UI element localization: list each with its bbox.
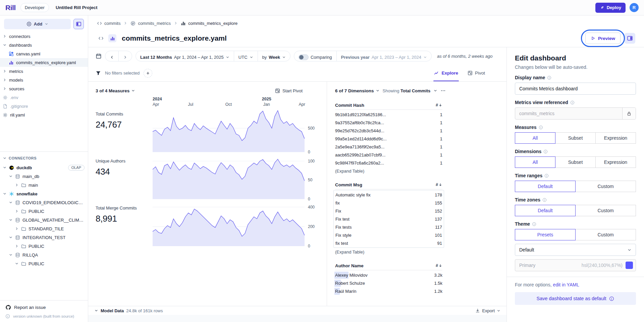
expand-table-link[interactable]: (Expand Table)	[335, 167, 442, 175]
connector-item-main[interactable]: main	[0, 181, 88, 189]
connector-item-covid19-epidemiological-[interactable]: COVID19_EPIDEMIOLOGICAL...	[0, 198, 88, 207]
report-issue-link[interactable]: Report an issue	[5, 305, 83, 310]
next-range-button[interactable]	[119, 52, 132, 62]
leaderboard-row[interactable]: Alexey Milovidov3.2k	[335, 271, 442, 279]
option-custom-button[interactable]: Custom	[575, 229, 636, 240]
connector-item-public[interactable]: PUBLIC	[0, 259, 88, 268]
tab-explore[interactable]: Explore	[434, 65, 458, 81]
file-tree-item-connectors[interactable]: connectors	[0, 32, 88, 41]
edit-in-yaml-link[interactable]: edit in YAML	[553, 282, 579, 287]
leaderboard-row[interactable]: fix155	[335, 199, 442, 207]
leaderboard-row[interactable]: 9b1b81d92120fa625186...1	[335, 110, 442, 119]
file-tree-item-metrics[interactable]: metrics	[0, 67, 88, 76]
add-button[interactable]: Add	[4, 19, 71, 29]
option-default-button[interactable]: Default	[515, 205, 576, 216]
measure-chart[interactable]	[153, 203, 305, 246]
measure-name[interactable]: Total Commits	[96, 111, 138, 117]
leaderboard-row[interactable]: 9a37552af6b0c78c2fca...1	[335, 119, 442, 127]
connectors-section-header[interactable]: CONNECTORS	[0, 153, 88, 163]
theme-preset-select[interactable]: Default	[515, 244, 636, 256]
measure-name[interactable]: Total Merge Commits	[96, 205, 138, 211]
leaderboard-row[interactable]: 99e25d762c2db3c544d...1	[335, 127, 442, 135]
option-default-button[interactable]: Default	[515, 181, 576, 192]
measures-dropdown[interactable]: 3 of 4 Measures	[96, 88, 135, 93]
add-filter-button[interactable]	[144, 69, 152, 78]
leaderboard-row[interactable]: Fix test137	[335, 215, 442, 223]
collapse-sidebar-button[interactable]	[73, 19, 84, 29]
file-tree-item-dashboards[interactable]: dashboards	[0, 41, 88, 49]
more-options-icon[interactable]	[440, 88, 446, 93]
leaderboard-row[interactable]: Fix152	[335, 207, 442, 215]
leaderboard-row[interactable]: Fix style101	[335, 231, 442, 239]
connector-item-duckdb[interactable]: duckdbOLAP	[0, 163, 88, 172]
avatar[interactable]: R	[630, 3, 639, 12]
sort-by-count-button[interactable]: #	[436, 182, 442, 187]
option-subset-button[interactable]: Subset	[555, 156, 596, 168]
connector-item-public[interactable]: PUBLIC	[0, 242, 88, 250]
file-tree-item-rill-yaml[interactable]: rill.yaml	[0, 110, 88, 119]
leaderboard-row[interactable]: Raúl Marín1.2k	[335, 287, 442, 295]
grain-selector[interactable]: by Week	[258, 52, 290, 62]
comparing-switch[interactable]	[299, 54, 309, 60]
timezone-selector[interactable]: UTC	[234, 52, 258, 62]
connector-item-main-db[interactable]: main_db	[0, 172, 88, 181]
toggle-edit-panel-button[interactable]	[625, 33, 635, 44]
option-expression-button[interactable]: Expression	[595, 132, 636, 144]
leaderboard-row[interactable]: Fix tests117	[335, 223, 442, 231]
preview-button[interactable]: Preview	[585, 33, 621, 44]
expand-table-link[interactable]: (Expand Table)	[335, 248, 442, 256]
breadcrumb-item-commits_metrics_explore[interactable]: commits_metrics_explore	[181, 21, 237, 26]
deploy-button[interactable]: Deploy	[595, 3, 626, 13]
export-button[interactable]: Export	[475, 308, 500, 313]
leaderboard-row[interactable]: aacb65299b21ab07cbf9...1	[335, 151, 442, 159]
file-tree-item--gitignore[interactable]: .gitignore	[0, 102, 88, 110]
dimensions-dropdown[interactable]: 6 of 7 Dimensions	[335, 88, 380, 93]
leaderboard-row[interactable]: 99a5e1ed2d114ddd6d9c...1	[335, 135, 442, 143]
leaderboard-row[interactable]: fix test91	[335, 239, 442, 247]
leaderboard-row[interactable]: Automatic style fix178	[335, 191, 442, 199]
leaderboard-row[interactable]: Robert Schulze1.5k	[335, 279, 442, 287]
leaderboard-row[interactable]: 9c98f47f97c6a6c260a2...1	[335, 159, 442, 167]
sort-by-count-button[interactable]: #	[436, 263, 442, 268]
showing-measure-dropdown[interactable]: Showing Total Commits	[383, 88, 431, 93]
connector-item-rillqa[interactable]: RILLQA	[0, 250, 88, 259]
connector-item-global-weather-climat-[interactable]: GLOBAL_WEATHER__CLIMAT...	[0, 216, 88, 224]
comparing-toggle[interactable]: Comparing	[294, 52, 336, 62]
viz-view-toggle[interactable]	[108, 34, 116, 42]
leaderboard-title[interactable]: Commit Hash	[335, 103, 364, 108]
measure-name[interactable]: Unique Authors	[96, 158, 138, 164]
display-name-input[interactable]: Commits Metrics dashboard	[515, 83, 636, 95]
tab-pivot[interactable]: Pivot	[468, 65, 485, 81]
time-range-selector[interactable]: Last 12 Months Apr 1, 2024 – Apr 1, 2025	[136, 52, 234, 62]
model-data-bar[interactable]: Model Data 24.8k of 161k rows Export	[88, 306, 506, 315]
file-tree-item-models[interactable]: models	[0, 76, 88, 84]
option-custom-button[interactable]: Custom	[575, 205, 636, 216]
leaderboard-title[interactable]: Commit Msg	[335, 182, 362, 187]
sort-by-count-button[interactable]: #	[436, 103, 442, 107]
save-dashboard-state-button[interactable]: Save dashboard state as default	[515, 292, 636, 305]
chevron-down-icon[interactable]	[433, 89, 437, 93]
connector-item-snowflake[interactable]: snowflake	[0, 189, 88, 198]
breadcrumb-item-commits_metrics[interactable]: commits_metrics	[130, 21, 171, 26]
start-pivot-button[interactable]: Start Pivot	[275, 88, 303, 93]
file-tree-item--env[interactable]: .env	[0, 93, 88, 102]
rill-logo[interactable]: Rill	[5, 4, 16, 12]
option-subset-button[interactable]: Subset	[555, 132, 596, 144]
connector-item-standard-tile[interactable]: STANDARD_TILE	[0, 224, 88, 233]
file-tree-item-canvas-yaml[interactable]: canvas.yaml	[0, 49, 88, 58]
file-tree-item-sources[interactable]: sources	[0, 84, 88, 93]
connector-item-public[interactable]: PUBLIC	[0, 207, 88, 216]
measure-chart[interactable]	[153, 109, 305, 152]
option-expression-button[interactable]: Expression	[595, 156, 636, 168]
option-all-button[interactable]: All	[515, 156, 555, 168]
leaderboard-title[interactable]: Author Name	[335, 263, 364, 268]
measure-chart[interactable]	[153, 156, 305, 199]
prev-range-button[interactable]	[105, 52, 118, 62]
option-all-button[interactable]: All	[515, 132, 555, 144]
leaderboard-row[interactable]: 2a5e9ea7136f9f2ec9a5...1	[335, 143, 442, 151]
primary-color-swatch[interactable]	[626, 262, 633, 269]
file-tree-item-commits-metrics-explore-yaml[interactable]: commits_metrics_explore.yaml	[0, 58, 88, 67]
compare-range-selector[interactable]: Previous year Apr 1, 2023 – Apr 1, 2024	[337, 52, 431, 62]
calendar-icon[interactable]	[96, 53, 102, 59]
breadcrumb-item-commits[interactable]: commits	[97, 21, 120, 26]
